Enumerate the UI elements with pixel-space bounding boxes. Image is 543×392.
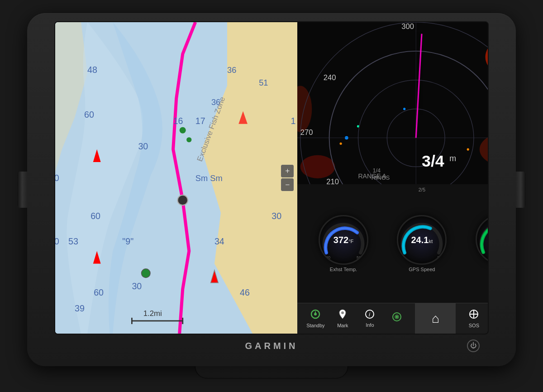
svg-text:30: 30 — [272, 211, 281, 221]
standby-label: Standby — [306, 323, 324, 328]
mark-label: Mark — [337, 323, 348, 328]
svg-text:1.2mi: 1.2mi — [143, 309, 162, 318]
device-body: 6 6 36 36 36 30 30 48 60 53 60 60 30 30 — [27, 13, 516, 379]
svg-text:53: 53 — [68, 236, 78, 246]
gauge-exhaust-temp: 372°F 100 500 Exhst Temp. — [319, 215, 368, 272]
svg-text:17: 17 — [195, 116, 205, 126]
svg-text:1: 1 — [291, 116, 295, 126]
home-icon: ⌂ — [432, 311, 439, 326]
svg-point-61 — [467, 148, 469, 151]
radar-panel[interactable]: 300 270 240 210 30 60 90 RANGE A 1/4 — [297, 22, 488, 184]
svg-rect-0 — [55, 22, 297, 334]
svg-text:i: i — [369, 311, 371, 318]
svg-point-88 — [341, 311, 344, 314]
exhaust-temp-min: 100 — [324, 255, 330, 260]
svg-text:46: 46 — [240, 287, 250, 297]
mark-button[interactable]: Mark — [329, 307, 356, 330]
svg-text:30: 30 — [138, 141, 148, 151]
toolbars-button[interactable]: Toolbars — [487, 308, 488, 329]
svg-point-37 — [177, 195, 187, 205]
gps-speed-min: 0 — [402, 255, 404, 260]
gps-speed-label: GPS Speed — [409, 267, 435, 272]
svg-text:30: 30 — [55, 173, 59, 183]
device-outer: 6 6 36 36 36 30 30 48 60 53 60 60 30 30 — [27, 13, 516, 366]
exhaust-temp-label: Exhst Temp. — [330, 267, 357, 272]
standby-button[interactable]: Standby — [302, 307, 329, 330]
svg-text:36: 36 — [227, 65, 236, 75]
toolbar-left: Standby Mark i — [297, 307, 415, 330]
sos-button[interactable]: SOS — [460, 307, 487, 330]
svg-point-43 — [186, 137, 191, 142]
gauge-circle-gps: 24.1kt 0 60 — [397, 215, 447, 265]
toolbar: Standby Mark i — [297, 303, 488, 334]
gauge-fuel: 33% E F ⛽ — [476, 215, 488, 272]
svg-text:"9": "9" — [122, 236, 133, 246]
chart-zoom-controls: + − — [281, 165, 294, 191]
svg-marker-41 — [93, 149, 101, 162]
device-stand — [195, 366, 348, 379]
svg-text:m: m — [450, 154, 457, 163]
info-button[interactable]: i Info — [356, 307, 383, 330]
svg-marker-38 — [211, 270, 219, 283]
screen-bezel: 6 6 36 36 36 30 30 48 60 53 60 60 30 30 — [54, 21, 489, 335]
pagination-label: 2/5 — [419, 187, 425, 192]
svg-text:3/4: 3/4 — [422, 152, 444, 170]
brand-logo: GARMIN — [245, 341, 298, 351]
chart-zoom-in[interactable]: + — [281, 165, 294, 177]
gps-speed-value: 24.1kt — [411, 235, 433, 245]
sos-label: SOS — [469, 323, 479, 328]
sos-icon — [468, 309, 479, 321]
gauges-panel: 2/5 — [297, 184, 488, 303]
svg-text:1/4: 1/4 — [373, 167, 381, 174]
svg-text:Sm Sm: Sm Sm — [195, 173, 223, 183]
gauge-circle-fuel: 33% E F — [476, 215, 488, 264]
standby-icon — [310, 309, 321, 321]
info-icon: i — [365, 309, 375, 321]
gauge-gps-speed: 24.1kt 0 60 GPS Speed — [397, 215, 447, 272]
svg-text:36: 36 — [211, 97, 220, 107]
active-icon — [391, 311, 402, 324]
gauge-circle-exhaust: 372°F 100 500 — [319, 215, 368, 265]
chart-panel[interactable]: 6 6 36 36 36 30 30 48 60 53 60 60 30 30 — [55, 22, 297, 334]
svg-point-59 — [403, 108, 405, 110]
screen-content: 6 6 36 36 36 30 30 48 60 53 60 60 30 30 — [55, 22, 488, 334]
info-label: Info — [366, 322, 374, 328]
svg-point-93 — [396, 316, 398, 318]
mark-icon — [338, 309, 348, 321]
svg-text:60: 60 — [94, 287, 104, 297]
svg-text:48: 48 — [87, 65, 97, 75]
svg-text:60: 60 — [84, 110, 94, 120]
toolbar-center[interactable]: ⌂ — [415, 303, 456, 334]
svg-marker-2 — [55, 22, 87, 334]
svg-text:30: 30 — [132, 281, 142, 291]
exhaust-temp-max: 500 — [357, 255, 363, 260]
chart-zoom-out[interactable]: − — [281, 178, 294, 191]
svg-marker-40 — [93, 251, 101, 263]
right-panel: 300 270 240 210 30 60 90 RANGE A 1/4 — [297, 22, 488, 334]
svg-text:300: 300 — [402, 22, 414, 31]
power-button[interactable]: ⏻ — [467, 339, 480, 352]
svg-text:60: 60 — [90, 211, 100, 221]
svg-point-87 — [314, 313, 317, 316]
svg-point-42 — [180, 127, 186, 134]
svg-marker-44 — [238, 111, 248, 124]
gps-speed-max: 60 — [437, 255, 442, 260]
svg-text:240: 240 — [324, 73, 336, 82]
svg-text:210: 210 — [327, 177, 339, 184]
knob-left[interactable] — [17, 172, 27, 208]
fuel-min: E — [481, 255, 483, 259]
svg-text:51: 51 — [259, 78, 268, 87]
svg-point-39 — [141, 269, 150, 278]
svg-text:30: 30 — [55, 236, 59, 246]
svg-point-54 — [300, 155, 335, 178]
active-button[interactable] — [383, 310, 410, 327]
bottom-bar: GARMIN ⏻ — [54, 335, 489, 357]
knob-right[interactable] — [516, 172, 526, 208]
svg-point-58 — [340, 143, 342, 145]
svg-text:16: 16 — [173, 116, 183, 126]
exhaust-temp-value: 372°F — [333, 235, 354, 245]
toolbar-right: SOS Toolbars ••• Options — [456, 307, 488, 330]
svg-text:270: 270 — [300, 128, 313, 137]
svg-text:Exclusive Fish Zone: Exclusive Fish Zone — [195, 96, 227, 163]
svg-text:34: 34 — [214, 236, 224, 246]
